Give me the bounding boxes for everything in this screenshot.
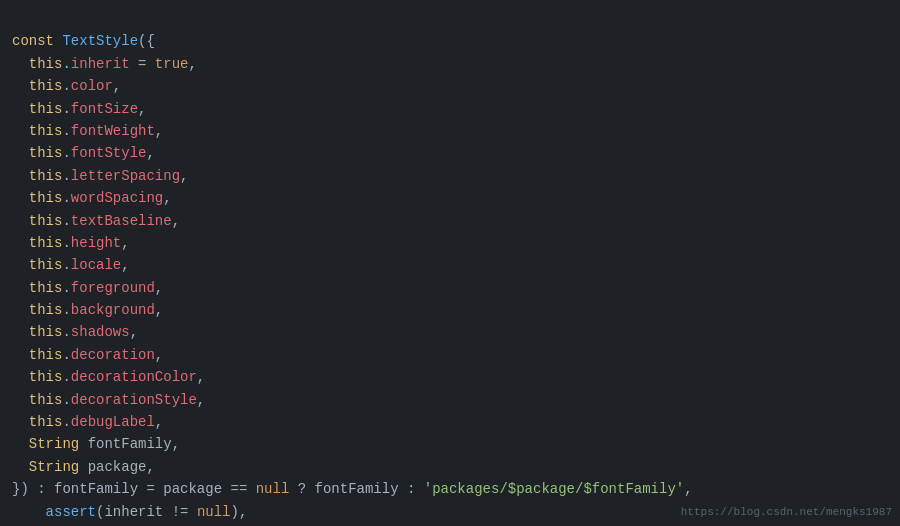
code-line: }) : fontFamily = package == null ? font…	[0, 478, 900, 500]
code-line: this.foreground,	[0, 277, 900, 299]
code-line: this.decorationStyle,	[0, 389, 900, 411]
code-line: this.wordSpacing,	[0, 187, 900, 209]
code-line: this.fontStyle,	[0, 142, 900, 164]
code-line: this.fontSize,	[0, 98, 900, 120]
code-line: const TextStyle({	[0, 30, 900, 52]
watermark: https://blog.csdn.net/mengks1987	[681, 504, 892, 522]
code-line: this.inherit = true,	[0, 53, 900, 75]
code-line: this.decorationColor,	[0, 366, 900, 388]
code-line: String fontFamily,	[0, 433, 900, 455]
code-line: this.color,	[0, 75, 900, 97]
code-line: this.shadows,	[0, 321, 900, 343]
code-line: this.fontWeight,	[0, 120, 900, 142]
code-line: this.letterSpacing,	[0, 165, 900, 187]
code-line: this.height,	[0, 232, 900, 254]
code-line: this.background,	[0, 299, 900, 321]
code-line: this.debugLabel,	[0, 411, 900, 433]
code-line: this.textBaseline,	[0, 210, 900, 232]
code-line: this.locale,	[0, 254, 900, 276]
code-line: String package,	[0, 456, 900, 478]
code-line: this.decoration,	[0, 344, 900, 366]
code-editor: const TextStyle({ this.inherit = true, t…	[0, 0, 900, 526]
